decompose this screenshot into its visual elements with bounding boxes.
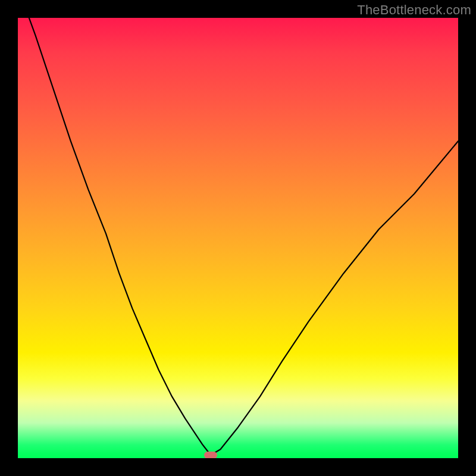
bottleneck-curve: [18, 18, 458, 458]
watermark-text: TheBottleneck.com: [357, 2, 471, 18]
plot-area: [18, 18, 458, 458]
optimal-marker: [204, 452, 217, 458]
chart-frame: TheBottleneck.com: [0, 0, 476, 476]
